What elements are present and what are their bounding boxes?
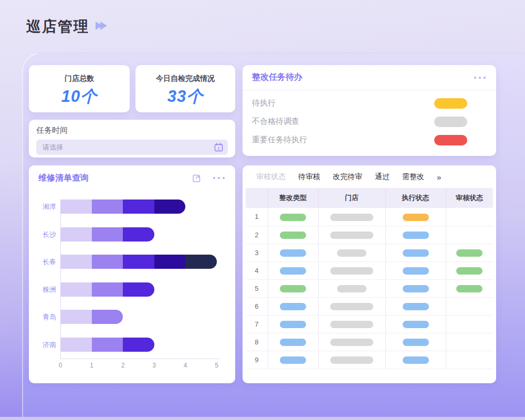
task-time-label: 任务时间	[36, 125, 228, 135]
rectify-type-cell	[268, 226, 318, 244]
bar-segment-level-1	[60, 282, 92, 297]
export-icon[interactable]	[192, 173, 202, 183]
rectify-type-pill-blue	[280, 321, 306, 328]
stacked-bar[interactable]	[60, 282, 154, 297]
todo-list: 待执行不合格待调查重要任务待执行	[243, 90, 496, 149]
x-axis-tick-label: 2	[117, 362, 129, 369]
chart-bar-row: 长春	[29, 255, 235, 269]
stat-card-total-stores: 门店总数 10个	[29, 65, 130, 112]
review-status-cell	[446, 279, 493, 297]
exec-status-cell	[385, 333, 446, 351]
rectify-type-pill-green	[280, 214, 306, 221]
svg-text:1: 1	[217, 146, 220, 151]
stacked-bar[interactable]	[60, 200, 185, 214]
review-status-cell	[446, 244, 493, 261]
x-axis-tick-label: 4	[179, 362, 192, 369]
exec-status-pill-orange	[403, 214, 429, 221]
chart-y-axis	[60, 200, 61, 359]
store-cell	[318, 208, 385, 226]
stacked-bar[interactable]	[60, 310, 123, 324]
exec-status-cell	[385, 226, 446, 244]
column-header: 执行状态	[385, 188, 446, 208]
rectify-type-cell	[268, 297, 318, 315]
review-status-cell	[446, 226, 493, 244]
repair-query-panel: 维修清单查询 湘潭长沙长春株洲青岛济南 012345	[29, 165, 235, 383]
calendar-icon[interactable]: 1	[214, 143, 223, 152]
row-number: 9	[246, 351, 268, 369]
tab-4[interactable]: 需整改	[402, 172, 424, 182]
task-time-input[interactable]	[36, 140, 228, 155]
chart-category-label: 长沙	[34, 227, 56, 242]
tab-1[interactable]: 待审核	[298, 172, 320, 182]
review-table: 整改类型门店执行状态审核状态 123456789	[246, 188, 493, 369]
tabs-overflow-chevron[interactable]: »	[437, 173, 441, 182]
store-pill-gray	[330, 303, 373, 310]
filter-label: 审核状态	[256, 172, 286, 182]
table-row[interactable]: 2	[246, 226, 493, 244]
x-axis-tick-label: 0	[54, 362, 67, 369]
row-number: 5	[246, 279, 268, 297]
rectify-type-pill-blue	[280, 267, 306, 275]
tab-3[interactable]: 通过	[375, 172, 390, 182]
bar-segment-level-1	[60, 310, 92, 324]
exec-status-cell	[385, 208, 446, 226]
rectify-type-cell	[268, 208, 318, 226]
stat-label: 今日自检完成情况	[135, 74, 235, 83]
review-status-pill-green	[456, 267, 482, 275]
table-row[interactable]: 7	[246, 315, 493, 333]
chart-category-label: 株洲	[34, 282, 56, 297]
bar-segment-level-2	[92, 200, 123, 214]
exec-status-pill-blue	[403, 232, 429, 239]
stacked-bar[interactable]	[60, 227, 154, 242]
store-cell	[318, 351, 385, 369]
store-pill-gray	[330, 232, 373, 239]
row-number: 3	[246, 244, 268, 261]
more-icon[interactable]	[473, 75, 487, 81]
exec-status-pill-blue	[403, 267, 429, 275]
chart-bar-row: 湘潭	[29, 200, 235, 214]
more-icon[interactable]	[212, 175, 226, 181]
review-status-cell	[446, 351, 493, 369]
store-pill-gray	[330, 356, 373, 364]
rectify-type-pill-green	[280, 285, 306, 292]
stacked-bar[interactable]	[60, 338, 154, 352]
todo-status-pill	[434, 135, 467, 145]
tab-2[interactable]: 改完待审	[333, 172, 362, 182]
column-header: 审核状态	[446, 188, 493, 208]
x-axis-tick-label: 5	[211, 362, 223, 369]
table-row[interactable]: 3	[246, 244, 493, 261]
row-number: 2	[246, 226, 268, 244]
rectify-type-cell	[268, 351, 318, 369]
table-row[interactable]: 1	[246, 208, 493, 226]
table-row[interactable]: 8	[246, 333, 493, 351]
todo-item[interactable]: 不合格待调查	[243, 112, 496, 131]
table-row[interactable]: 9	[246, 351, 493, 369]
chart-bar-row: 长沙	[29, 227, 235, 242]
table-row[interactable]: 4	[246, 261, 493, 279]
chart-category-label: 湘潭	[34, 200, 56, 214]
bar-segment-level-4	[154, 200, 186, 214]
table-row[interactable]: 6	[246, 297, 493, 315]
chart-bar-row: 青岛	[29, 310, 235, 324]
stacked-bar[interactable]	[60, 255, 217, 269]
table-row[interactable]: 5	[246, 279, 493, 297]
chart-bar-row: 株洲	[29, 282, 235, 297]
bar-segment-level-1	[60, 255, 92, 269]
exec-status-pill-blue	[403, 285, 429, 292]
store-pill-gray	[337, 285, 366, 292]
exec-status-cell	[385, 279, 446, 297]
chart-category-label: 青岛	[34, 310, 56, 324]
store-pill-gray	[330, 339, 373, 346]
row-number: 1	[246, 208, 268, 226]
row-number: 6	[246, 297, 268, 315]
store-cell	[318, 279, 385, 297]
bar-segment-level-2	[92, 227, 123, 242]
bar-segment-level-2	[92, 310, 123, 324]
todo-item[interactable]: 重要任务待执行	[243, 131, 496, 149]
repair-bar-chart: 湘潭长沙长春株洲青岛济南 012345	[29, 193, 235, 383]
review-status-cell	[446, 297, 493, 315]
todo-status-pill	[434, 98, 467, 109]
todo-item[interactable]: 待执行	[243, 94, 496, 112]
store-cell	[318, 244, 385, 261]
bar-segment-level-2	[92, 338, 123, 352]
